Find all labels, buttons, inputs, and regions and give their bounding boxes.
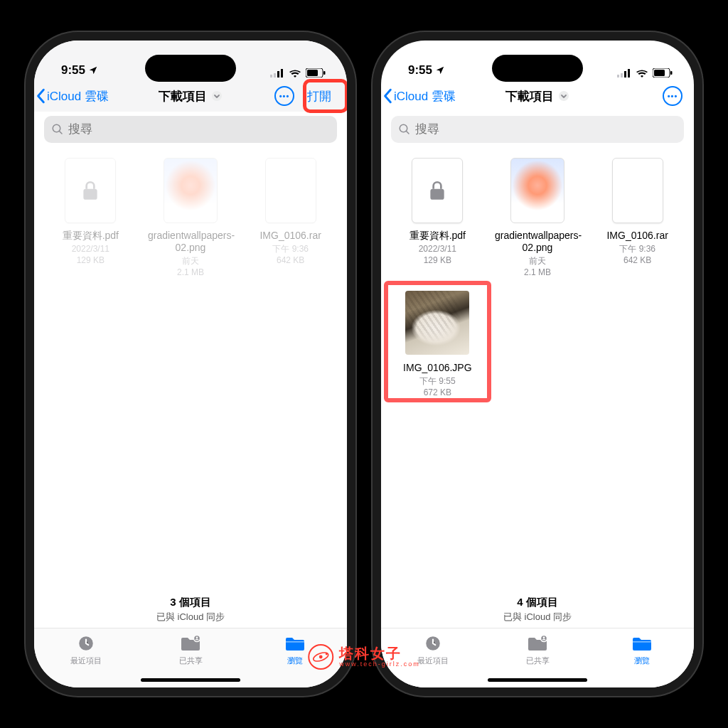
tab-label: 瀏覽 [634,655,650,666]
nav-title[interactable]: 下載項目 [159,88,223,105]
lock-icon [428,180,446,201]
phone-left: 9:55 iCloud 雲碟 下載項目 [34,41,347,687]
file-date: 下午 9:36 [619,244,655,254]
chevron-left-icon [382,88,394,104]
file-grid: 重要資料.pdf 2022/3/11129 KB gradientwallpap… [34,150,347,278]
file-item[interactable]: 重要資料.pdf 2022/3/11129 KB [390,156,486,278]
search-input[interactable] [68,122,330,136]
svg-rect-16 [624,71,626,77]
more-button[interactable]: ••• [274,86,294,106]
tab-label: 已共享 [179,655,203,666]
dynamic-island [145,55,236,82]
home-indicator[interactable] [141,678,240,682]
file-grid: 重要資料.pdf 2022/3/11129 KB gradientwallpap… [381,150,694,398]
file-thumb-photo [405,291,469,355]
watermark-logo-icon [308,644,333,670]
svg-point-29 [319,655,323,659]
file-thumb-locked-doc [65,158,116,223]
tab-recent[interactable]: 最近項目 [34,634,139,687]
folder-icon [631,634,653,653]
item-count: 3 個項目 [34,596,347,609]
ellipsis-icon: ••• [279,92,290,100]
svg-point-21 [559,91,569,101]
svg-rect-1 [274,73,276,77]
sync-status: 已與 iCloud 同步 [34,611,347,623]
nav-bar: iCloud 雲碟 下載項目 ••• 打開 [34,80,347,112]
location-arrow-icon [435,65,445,75]
svg-rect-6 [323,71,326,75]
file-item[interactable]: gradientwallpapers-02.png 前天2.1 MB [490,156,586,278]
file-date: 前天 [182,256,199,266]
file-size: 129 KB [77,255,105,265]
search-bar[interactable] [44,116,337,143]
nav-title[interactable]: 下載項目 [505,88,569,105]
svg-rect-20 [670,71,673,75]
sync-status: 已與 iCloud 同步 [381,611,694,623]
svg-rect-2 [277,71,279,77]
phone-right: 9:55 iCloud 雲碟 下載項目 [381,41,694,687]
file-item-highlighted[interactable]: IMG_0106.JPG 下午 9:55672 KB [390,288,486,398]
file-item[interactable]: IMG_0106.rar 下午 9:36642 KB [589,156,685,278]
battery-icon [306,68,326,77]
watermark-url: www.tech-girlz.com [339,661,420,668]
svg-rect-23 [431,189,444,200]
search-icon [398,123,411,136]
search-input[interactable] [415,122,677,136]
item-count: 4 個項目 [381,596,694,609]
footer-info: 3 個項目 已與 iCloud 同步 [34,596,347,628]
battery-icon [653,68,673,77]
file-thumb-gradient [164,158,218,223]
svg-rect-14 [617,75,619,77]
file-name: 重要資料.pdf [410,230,466,242]
ellipsis-icon: ••• [668,92,678,100]
clock-icon [76,634,96,653]
cellular-signal-icon [617,69,631,77]
shared-folder-icon [527,634,548,653]
wifi-icon [289,69,301,77]
svg-rect-13 [286,641,304,643]
svg-rect-0 [270,75,272,77]
nav-bar: iCloud 雲碟 下載項目 ••• [381,80,694,112]
file-name: IMG_0106.rar [606,230,668,242]
svg-rect-15 [621,73,623,77]
file-size: 642 KB [277,255,304,265]
file-thumb-doc [265,158,316,223]
chevron-left-icon [36,88,47,104]
status-time-text: 9:55 [61,63,85,77]
back-button[interactable]: iCloud 雲碟 [36,88,109,105]
file-date: 2022/3/11 [72,244,109,254]
folder-icon [284,634,306,653]
chevron-down-icon [558,90,569,102]
watermark-title: 塔科女子 [339,646,420,661]
file-size: 129 KB [424,255,451,265]
dynamic-island [492,55,583,82]
more-button[interactable]: ••• [663,86,682,106]
tab-browse[interactable]: 瀏覽 [589,634,694,687]
svg-point-26 [543,636,545,638]
file-date: 前天 [529,256,546,266]
file-item[interactable]: gradientwallpapers-02.png 前天2.1 MB [143,156,239,278]
svg-rect-27 [633,641,651,643]
lock-icon [81,180,100,201]
search-bar[interactable] [391,116,684,143]
back-label: iCloud 雲碟 [47,88,109,105]
file-item[interactable]: 重要資料.pdf 2022/3/11129 KB [43,156,139,278]
svg-point-7 [212,91,222,101]
search-icon [51,123,64,136]
back-button[interactable]: iCloud 雲碟 [382,88,456,105]
watermark: 塔科女子 www.tech-girlz.com [308,644,420,670]
svg-rect-19 [654,70,665,76]
svg-rect-5 [307,70,318,76]
svg-rect-9 [84,189,97,200]
status-time-text: 9:55 [408,63,432,77]
tab-label: 最近項目 [417,655,449,666]
file-size: 2.1 MB [177,267,204,277]
tab-label: 最近項目 [70,655,102,666]
file-thumb-gradient [510,158,564,223]
status-time: 9:55 [61,63,98,77]
svg-rect-17 [628,69,630,77]
file-item[interactable]: IMG_0106.rar 下午 9:36642 KB [242,156,338,278]
wifi-icon [636,69,648,77]
cellular-signal-icon [270,69,284,77]
home-indicator[interactable] [488,678,587,682]
